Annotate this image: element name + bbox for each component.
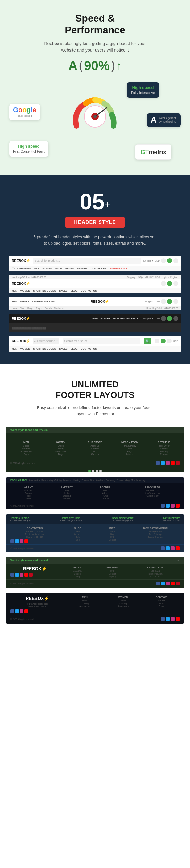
gtmetrix-text: GTmetrix	[140, 148, 166, 156]
actions-4: English ▾ USD	[144, 316, 178, 321]
social-tw-1	[161, 461, 165, 465]
fp3-info-4: 24/7 SUPPORT Dedicated support	[163, 517, 180, 522]
preview-icon-2b	[167, 281, 172, 286]
fp2-tags-bar: POPULAR TAGS Accessories Backpacking Clo…	[6, 477, 184, 483]
preview-nav-2: MEN WOMEN SPORTING GOODS PAGES BLOG CONT…	[9, 288, 181, 293]
social-yt-2	[176, 504, 180, 507]
preview-bottom-3: Home Shop Blog ▾ Pages Brands Contact us…	[9, 306, 181, 310]
preview-actions-2	[161, 281, 178, 286]
fp3-copyright: © 2023 All rights reserved	[10, 547, 34, 550]
preview-logo-2: REEBOX⚡	[12, 282, 30, 286]
top-bar-right-2: Shipping FAQs English ▾ USD Login or Reg…	[127, 276, 178, 278]
header-preview-4: REEBOX⚡ MEN WOMEN SPORTING GOODS ▼ Engli…	[9, 314, 181, 332]
header-badge: HEADER STYLE	[65, 217, 125, 228]
social-fb-2	[161, 504, 165, 507]
nav-women-5: WOMEN	[21, 347, 30, 350]
nav-pages-1: PAGES	[65, 267, 74, 270]
score-letter: A	[68, 58, 77, 73]
fp3-bottom: © 2023 All rights reserved	[6, 544, 184, 552]
cat-select-5[interactable]: ALL CATEGORIES▾	[33, 338, 59, 344]
fp1-col-help: GET HELP Track Order Support Shipping Re…	[148, 441, 180, 456]
hs-top-sub: Fully Interactive	[131, 91, 155, 95]
icon-3a	[161, 299, 166, 304]
fp1-inner: MEN Shoes Clothing Accessories Bags WOME…	[6, 433, 184, 468]
fp3-info-2: FREE RETURNS Return policy for 30 days	[60, 517, 82, 522]
fp4-logo: REEBOX⚡	[10, 566, 59, 571]
highspeed-bot-label: High speed First Contentful Paint	[9, 141, 48, 157]
footer-preview-4: Want style ideas and freaks? → REEBOX⚡ A…	[6, 557, 184, 588]
social-fb-1	[156, 461, 160, 465]
nav-usd-3: USD	[155, 300, 160, 303]
header-number: 05	[80, 191, 105, 213]
nav-sporting-3: SPORTING GOODS	[32, 300, 54, 303]
nav-men-1: MEN	[34, 267, 39, 270]
nav-men-5: MEN	[12, 347, 17, 350]
icon-5b	[161, 339, 166, 343]
preview-icon-2	[167, 258, 172, 263]
google-label: Google page speed	[9, 104, 40, 121]
fp5-col-women: WOMEN Shoes Clothing Accessories	[105, 596, 141, 613]
fp5-col-contact: CONTACT Address Email Phone	[144, 596, 180, 613]
fp5-col-logo: REEBOX⚡ Your favorite sports store with …	[10, 596, 65, 613]
social-tw-2	[166, 504, 169, 507]
nav-women-2: WOMEN	[21, 289, 30, 292]
fp3-social-bottom	[161, 547, 180, 550]
header-desc: 5 pre-defined header styles with the pow…	[33, 234, 157, 247]
header-number-wrap: 05+	[6, 191, 184, 214]
lang-4: English ▾	[144, 317, 153, 320]
preview-nav-1: ☰ CATEGORIES MEN WOMEN BLOG PAGES BRANDS…	[9, 266, 181, 271]
preview-search-1: Search for product...	[33, 258, 141, 264]
fp2-copyright: © 2023 All rights reserved	[10, 505, 34, 507]
preview-top-bar-2: Need help? Call us: +44 000 000 00 Shipp…	[9, 275, 181, 279]
fp5-cols: REEBOX⚡ Your favorite sports store with …	[6, 593, 184, 615]
fp1-dots	[6, 470, 184, 472]
fp3-info-1: FREE SHIPPING On all orders over $50	[10, 517, 30, 522]
social-pi-1	[176, 461, 180, 465]
speedometer	[70, 92, 120, 141]
header-previews: REEBOX⚡ Search for product... English ▾ …	[9, 256, 181, 351]
preview-icon-3	[173, 258, 178, 263]
fp2-col-about: ABOUT About Us Careers Blog Press	[10, 486, 46, 500]
fp4-bottom: © 2023 All rights reserved	[6, 580, 184, 587]
fp1-bottom: © 2023 All rights reserved	[10, 459, 180, 465]
icon-4b	[167, 316, 172, 321]
fp3-cols: CONTACT US Address: 123 Street Email: in…	[6, 524, 184, 544]
fp1-cols: MEN Shoes Clothing Accessories Bags WOME…	[10, 438, 180, 459]
fp4-copyright: © 2023 All rights reserved	[10, 583, 34, 585]
fp5-bottom: © 2023 All rights reserved	[6, 615, 184, 623]
footer-section: UNLIMITEDFOOTER LAYOUTS Easy customizabl…	[0, 364, 190, 636]
header-sup: +	[105, 198, 110, 210]
wpt-name: WebPageTest	[158, 117, 176, 120]
header-preview-3: MEN WOMEN SPORTING GOODS REEBOX⚡ English…	[9, 297, 181, 310]
nav-left-3: MEN WOMEN SPORTING GOODS	[12, 300, 54, 303]
header-preview-1: REEBOX⚡ Search for product... English ▾ …	[9, 256, 181, 271]
fp1-col-women: WOMEN Shoes Clothing Accessories Bags	[45, 441, 76, 456]
preview-bar-3: MEN WOMEN SPORTING GOODS REEBOX⚡ English…	[9, 297, 181, 306]
nav-sporting-4: SPORTING GOODS ▼	[113, 317, 139, 320]
svg-point-3	[93, 115, 97, 118]
preview-logo-1: REEBOX⚡	[12, 259, 30, 263]
fp2-social	[161, 504, 180, 507]
nav-women-1: WOMEN	[42, 267, 52, 270]
nav-pages-3: Home Shop Blog ▾ Pages Brands Contact us	[12, 307, 65, 310]
fp4-top-link: →	[177, 559, 180, 562]
nav-brands-1: BRANDS	[77, 267, 87, 270]
hs-bot-sub: First Contentful Paint	[13, 149, 45, 154]
fp1-col-store: OUR STORE About Us Contact Blog Careers	[79, 441, 111, 456]
preview-actions-1: English ▾ USD	[144, 258, 178, 263]
footer-preview-2: POPULAR TAGS Accessories Backpacking Clo…	[6, 477, 184, 509]
preview-usd-1: USD	[155, 259, 160, 262]
help-3: Need Help? Call: +44 000 000 00	[146, 307, 178, 310]
preview-bar-2: REEBOX⚡	[9, 279, 181, 288]
search-btn-5[interactable]: 🔍	[144, 338, 151, 344]
highspeed-top-label: High speed Fully Interactive	[127, 83, 159, 98]
fp4-col-support: SUPPORT FAQ Contact Shipping	[96, 566, 128, 578]
footer-preview-5: REEBOX⚡ Your favorite sports store with …	[6, 593, 184, 624]
icon-3c	[173, 299, 178, 304]
nav-pages-2: PAGES	[59, 289, 67, 292]
preview-nav-5: MEN WOMEN SPORTING GOODS PAGES BLOG CONT…	[9, 346, 181, 351]
fp3-info-3: SECURE PAYMENT 100% secure payment	[112, 517, 134, 522]
fp2-col-support: SUPPORT FAQ Contact Shipping Returns	[49, 486, 84, 500]
footer-preview-1: Want style ideas and freaks? → MEN Shoes…	[6, 427, 184, 472]
fp4-col-logo: REEBOX⚡	[10, 566, 59, 578]
